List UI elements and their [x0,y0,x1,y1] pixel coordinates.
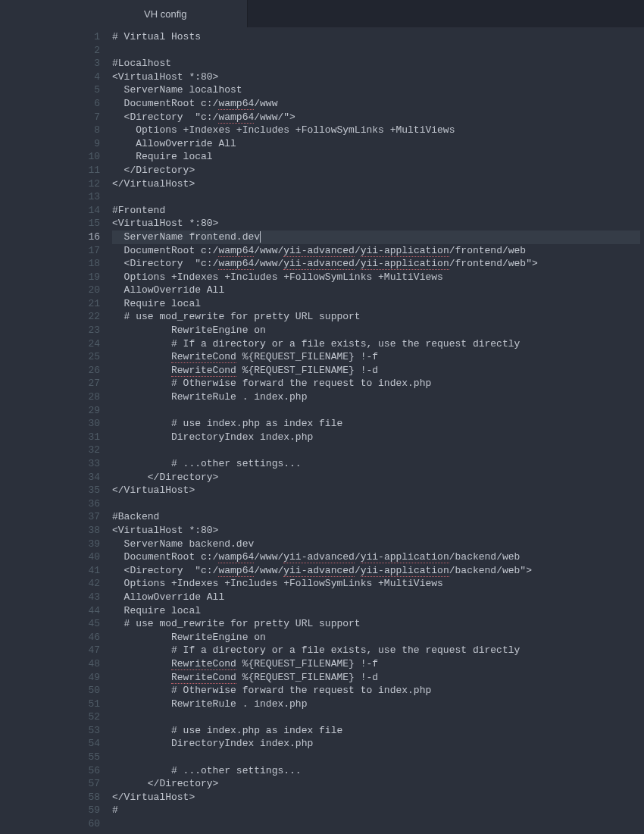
code-line[interactable]: Options +Indexes +Includes +FollowSymLin… [112,124,640,137]
code-line[interactable]: RewriteEngine on [112,631,640,644]
line-number: 11 [83,164,100,177]
code-line[interactable]: RewriteCond %{REQUEST_FILENAME} !-f [112,657,640,671]
code-line[interactable]: Require local [112,297,640,311]
code-line[interactable]: RewriteEngine on [112,324,640,337]
code-line[interactable]: <VirtualHost *:80> [112,71,640,84]
spellcheck-underline: yii-application [361,551,449,563]
code-line[interactable] [112,404,640,418]
tab-vh-config[interactable]: VH config [83,0,248,27]
line-number: 36 [83,497,100,511]
line-number: 25 [83,350,100,364]
code-line[interactable] [112,190,640,204]
line-number: 53 [83,724,100,738]
spellcheck-underline: RewriteCond [171,672,236,684]
line-number: 49 [83,671,100,685]
code-line[interactable]: DocumentRoot c:/wamp64/www/yii-advanced/… [112,244,640,258]
code-line[interactable]: </Directory> [112,164,640,177]
code-line[interactable]: Options +Indexes +Includes +FollowSymLin… [112,577,640,591]
code-line[interactable]: </VirtualHost> [112,177,640,191]
line-number: 5 [83,83,100,97]
line-number: 9 [83,137,100,151]
spellcheck-underline: yii-advanced [283,245,355,257]
code-area[interactable]: # Virtual Hosts#Localhost<VirtualHost *:… [106,27,640,834]
spellcheck-underline: yii-advanced [283,258,355,270]
code-line[interactable]: AllowOverride All [112,284,640,297]
line-number: 30 [83,417,100,431]
code-line[interactable] [112,710,640,724]
line-number: 60 [83,817,100,831]
code-line[interactable]: Require local [112,150,640,164]
line-number: 47 [83,644,100,657]
code-line[interactable]: # Virtual Hosts [112,30,640,44]
code-line[interactable] [112,497,640,511]
code-line[interactable]: RewriteCond %{REQUEST_FILENAME} !-f [112,350,640,364]
code-line[interactable]: ServerName frontend.dev [112,230,640,244]
code-line[interactable]: Options +Indexes +Includes +FollowSymLin… [112,271,640,284]
code-line[interactable]: RewriteCond %{REQUEST_FILENAME} !-d [112,364,640,378]
line-number: 42 [83,577,100,591]
code-line[interactable]: AllowOverride All [112,137,640,151]
line-number: 26 [83,364,100,378]
line-number: 34 [83,471,100,484]
code-line[interactable] [112,44,640,58]
code-line[interactable]: <Directory "c:/wamp64/www/"> [112,111,640,124]
code-line[interactable]: DirectoryIndex index.php [112,431,640,444]
code-line[interactable] [112,444,640,457]
code-line[interactable]: # [112,804,640,817]
spellcheck-underline: RewriteCond [171,351,236,363]
code-line[interactable]: #Backend [112,510,640,524]
line-number: 43 [83,591,100,604]
code-line[interactable]: <VirtualHost *:80> [112,217,640,230]
line-number: 23 [83,324,100,337]
tab-bar: VH config [83,0,644,27]
spellcheck-underline: wamp64 [218,551,254,563]
spellcheck-underline: yii-application [361,565,449,577]
code-line[interactable]: # use mod_rewrite for pretty URL support [112,617,640,631]
code-line[interactable]: # Otherwise forward the request to index… [112,684,640,698]
code-line[interactable]: # If a directory or a file exists, use t… [112,644,640,657]
code-line[interactable]: DocumentRoot c:/wamp64/www/yii-advanced/… [112,550,640,564]
code-line[interactable]: #Frontend [112,204,640,218]
line-number: 13 [83,190,100,204]
code-line[interactable]: #Localhost [112,57,640,71]
code-line[interactable]: <Directory "c:/wamp64/www/yii-advanced/y… [112,257,640,271]
line-number: 37 [83,510,100,524]
code-line[interactable]: # use mod_rewrite for pretty URL support [112,310,640,324]
line-number: 24 [83,337,100,351]
code-line[interactable] [112,817,640,831]
code-line[interactable]: </VirtualHost> [112,484,640,497]
code-line[interactable]: </VirtualHost> [112,791,640,804]
code-line[interactable]: # Otherwise forward the request to index… [112,377,640,390]
code-line[interactable]: <VirtualHost *:80> [112,524,640,538]
tab-bar-empty [248,0,644,27]
line-number: 14 [83,204,100,218]
code-line[interactable]: ServerName backend.dev [112,538,640,551]
code-line[interactable]: # ...other settings... [112,457,640,471]
code-line[interactable]: # use index.php as index file [112,417,640,431]
code-line[interactable]: # use index.php as index file [112,724,640,738]
code-line[interactable]: # ...other settings... [112,764,640,778]
spellcheck-underline: wamp64 [218,258,254,270]
code-line[interactable]: ServerName localhost [112,83,640,97]
line-number: 2 [83,44,100,58]
code-line[interactable]: </Directory> [112,471,640,484]
code-line[interactable]: RewriteCond %{REQUEST_FILENAME} !-d [112,671,640,685]
line-number: 54 [83,737,100,751]
line-number: 12 [83,177,100,191]
code-line[interactable]: DirectoryIndex index.php [112,737,640,751]
line-number: 6 [83,97,100,111]
line-number: 46 [83,631,100,644]
code-line[interactable]: RewriteRule . index.php [112,698,640,711]
code-line[interactable]: AllowOverride All [112,591,640,604]
code-line[interactable] [112,751,640,764]
line-number: 52 [83,710,100,724]
code-line[interactable]: </Directory> [112,777,640,791]
line-number: 21 [83,297,100,311]
code-line[interactable]: # If a directory or a file exists, use t… [112,337,640,351]
code-line[interactable]: RewriteRule . index.php [112,390,640,404]
editor-window: VH config 123456789101112131415161718192… [83,0,644,834]
line-number: 57 [83,777,100,791]
code-line[interactable]: <Directory "c:/wamp64/www/yii-advanced/y… [112,564,640,578]
code-line[interactable]: Require local [112,604,640,618]
code-line[interactable]: DocumentRoot c:/wamp64/www [112,97,640,111]
